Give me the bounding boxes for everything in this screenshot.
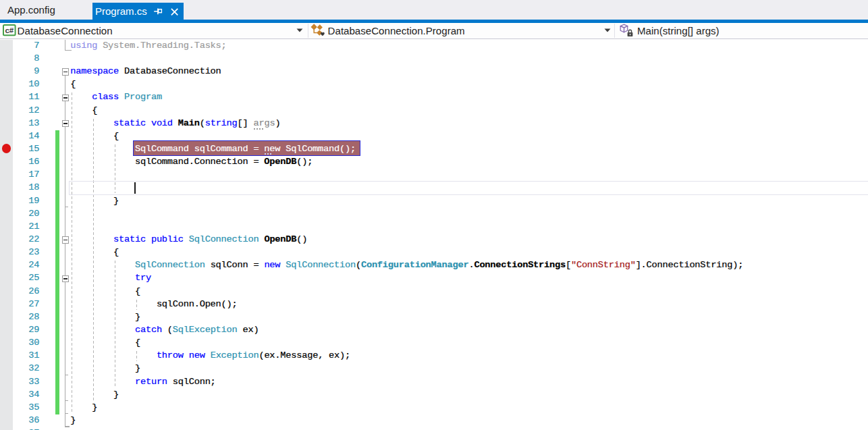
svg-text:c#: c# <box>5 26 14 34</box>
